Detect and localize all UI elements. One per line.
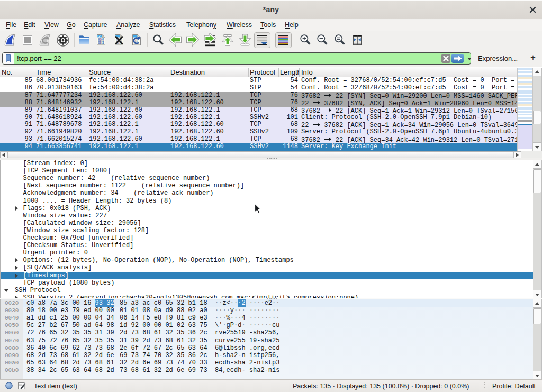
svg-text:0111: 0111 <box>98 42 104 44</box>
